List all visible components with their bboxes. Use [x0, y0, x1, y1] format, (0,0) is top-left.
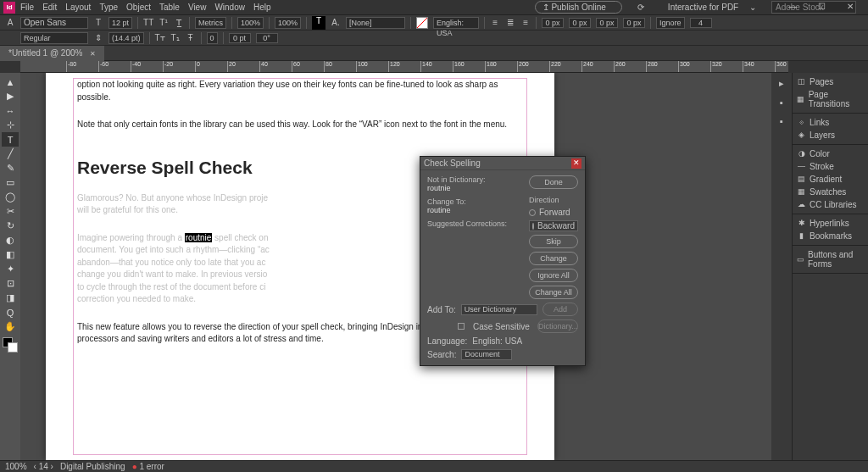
menu-file[interactable]: File: [20, 3, 34, 12]
tool-17[interactable]: ✋: [2, 319, 19, 334]
leading-select[interactable]: (14.4 pt): [108, 32, 144, 44]
tool-12[interactable]: ◧: [2, 247, 19, 262]
tool-6[interactable]: ✎: [2, 161, 19, 175]
subscript-icon[interactable]: T₁: [170, 33, 181, 43]
dialog-close-button[interactable]: ✕: [571, 158, 581, 169]
document-tab-close-icon[interactable]: ✕: [90, 50, 96, 58]
space-before-input[interactable]: 0 px: [596, 18, 618, 28]
baseline-shift-input[interactable]: 0 pt: [229, 33, 251, 43]
suggested-corrections-list[interactable]: [427, 235, 522, 292]
panel-item-color[interactable]: ◑Color: [793, 147, 868, 160]
tool-15[interactable]: ◨: [2, 291, 19, 305]
indent-left-input[interactable]: 0 px: [542, 18, 564, 28]
skew-input[interactable]: 0°: [256, 33, 278, 43]
tool-4[interactable]: T: [2, 132, 19, 147]
page-nav[interactable]: ‹ 14 ›: [34, 462, 53, 471]
done-button[interactable]: Done: [529, 175, 578, 189]
tool-14[interactable]: ⊡: [2, 276, 19, 291]
minimize-button[interactable]: —: [787, 2, 798, 11]
character-icon[interactable]: A: [5, 18, 15, 28]
change-button[interactable]: Change: [529, 252, 578, 265]
document-tab[interactable]: *Untitled 1 @ 200% ✕: [0, 46, 104, 61]
canvas[interactable]: option not looking quite as right. Every…: [20, 73, 771, 460]
menu-help[interactable]: Help: [253, 3, 271, 12]
small-caps-icon[interactable]: Tᴛ: [155, 33, 165, 43]
dialog-titlebar[interactable]: Check Spelling ✕: [420, 157, 585, 170]
add-button[interactable]: Add: [542, 303, 578, 316]
columns-input[interactable]: 4: [690, 18, 712, 28]
publish-online-button[interactable]: ↥ Publish Online: [535, 1, 622, 14]
font-size-select[interactable]: 12 pt: [108, 17, 132, 29]
tool-9[interactable]: ✂: [2, 204, 19, 219]
indent-first-input[interactable]: 0 px: [569, 18, 591, 28]
skip-button[interactable]: Skip: [529, 235, 578, 248]
tracking-input[interactable]: 0: [207, 32, 218, 44]
fill-stroke-swatch[interactable]: [3, 337, 18, 353]
menu-layout[interactable]: Layout: [65, 3, 91, 12]
search-scope-select[interactable]: Document: [461, 349, 512, 360]
forward-radio[interactable]: Forward: [529, 208, 578, 217]
menu-object[interactable]: Object: [126, 3, 151, 12]
dictionary-button[interactable]: Dictionary...: [537, 319, 578, 333]
panel-item-stroke[interactable]: —Stroke: [793, 160, 868, 173]
tool-7[interactable]: ▭: [2, 175, 19, 190]
panel-item-pages[interactable]: ◫Pages: [793, 75, 868, 88]
strikethrough-icon[interactable]: Ŧ: [186, 33, 196, 43]
panel-item-gradient[interactable]: ▤Gradient: [793, 173, 868, 186]
language-select[interactable]: English: USA: [433, 17, 479, 29]
tool-16[interactable]: Q: [2, 305, 19, 319]
font-weight-select[interactable]: Regular: [20, 32, 88, 44]
align-center-icon[interactable]: ≣: [505, 18, 515, 28]
panel-item-layers[interactable]: ◈Layers: [793, 129, 868, 142]
tt-caps-icon[interactable]: TT: [143, 18, 153, 28]
panel-item-hyperlinks[interactable]: ✱Hyperlinks: [793, 217, 868, 230]
workspace-switcher[interactable]: Interactive for PDF ⌄: [668, 3, 756, 12]
ignore-all-button[interactable]: Ignore All: [529, 269, 578, 282]
sync-icon[interactable]: ⟳: [637, 3, 644, 12]
case-sensitive-checkbox[interactable]: [458, 323, 465, 330]
panel-item-swatches[interactable]: ▦Swatches: [793, 186, 868, 198]
preflight-errors[interactable]: ● 1 error: [132, 462, 164, 471]
panel-item-bookmarks[interactable]: ▮Bookmarks: [793, 230, 868, 242]
font-family-select[interactable]: Open Sans: [20, 17, 88, 29]
tool-10[interactable]: ↻: [2, 219, 19, 233]
stroke-none-swatch[interactable]: [416, 17, 428, 29]
tool-5[interactable]: ╱: [2, 147, 19, 161]
tool-2[interactable]: ↔: [2, 103, 19, 118]
menu-type[interactable]: Type: [99, 3, 118, 12]
panel-item-buttons-and-forms[interactable]: ▭Buttons and Forms: [793, 248, 868, 270]
maximize-button[interactable]: ☐: [815, 2, 827, 11]
backward-radio[interactable]: Backward: [529, 220, 578, 231]
underline-icon[interactable]: T̲: [174, 18, 184, 28]
rail-icon[interactable]: ▸: [779, 78, 784, 89]
align-right-icon[interactable]: ≡: [520, 18, 531, 28]
tool-1[interactable]: ▶: [2, 89, 19, 103]
menu-view[interactable]: View: [188, 3, 207, 12]
rail-icon[interactable]: ▪: [780, 97, 783, 108]
tool-3[interactable]: ⊹: [2, 118, 19, 132]
superscript-icon[interactable]: T¹: [159, 18, 169, 28]
menu-edit[interactable]: Edit: [42, 3, 57, 12]
tool-8[interactable]: ◯: [2, 190, 19, 204]
menu-window[interactable]: Window: [214, 3, 245, 12]
tool-13[interactable]: ✦: [2, 262, 19, 276]
char-style-icon[interactable]: A.: [331, 18, 341, 28]
change-to-input[interactable]: routine: [427, 206, 522, 214]
close-button[interactable]: ✕: [844, 2, 856, 11]
space-after-input[interactable]: 0 px: [623, 18, 645, 28]
rail-icon[interactable]: ▪: [780, 116, 783, 126]
align-left-icon[interactable]: ≡: [490, 18, 500, 28]
panel-item-cc-libraries[interactable]: ☁CC Libraries: [793, 198, 868, 211]
zoom-level[interactable]: 100%: [5, 462, 27, 471]
tool-11[interactable]: ◐: [2, 233, 19, 247]
para-style-select[interactable]: [None]: [346, 17, 405, 29]
baseline-align-select[interactable]: Ignore: [656, 17, 685, 29]
panel-item-page-transitions[interactable]: ▦Page Transitions: [793, 88, 868, 110]
scale-y-input[interactable]: 100%: [275, 17, 301, 29]
fill-swatch[interactable]: T: [312, 16, 326, 30]
change-all-button[interactable]: Change All: [529, 286, 578, 299]
tool-0[interactable]: ▲: [2, 75, 19, 89]
add-to-select[interactable]: User Dictionary: [461, 304, 537, 315]
panel-item-links[interactable]: ⟐Links: [793, 116, 868, 129]
scale-x-input[interactable]: 100%: [237, 17, 264, 29]
